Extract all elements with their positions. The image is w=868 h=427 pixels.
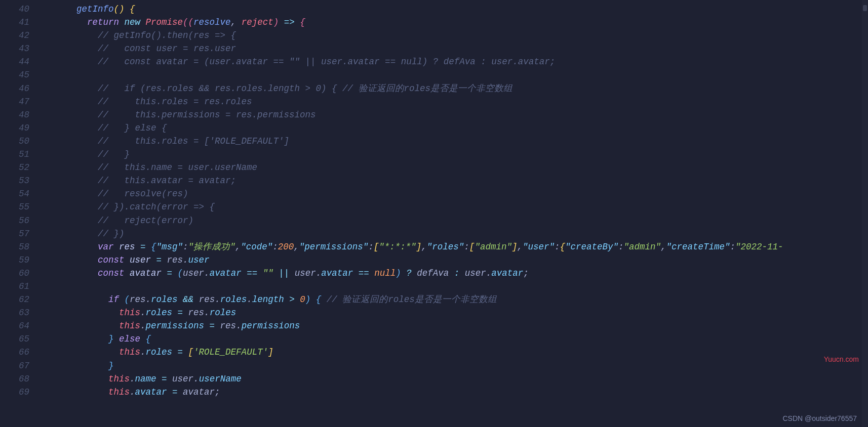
code-line[interactable]: // getInfo().then(res => { xyxy=(45,29,868,42)
code-line[interactable] xyxy=(45,280,868,293)
code-line[interactable]: // this.roles = ['ROLE_DEFAULT'] xyxy=(45,135,868,148)
code-line[interactable]: return new Promise((resolve, reject) => … xyxy=(45,16,868,29)
code-line[interactable]: // } xyxy=(45,148,868,161)
code-line[interactable] xyxy=(45,68,868,81)
code-line[interactable]: var res = {"msg":"操作成功","code":200,"perm… xyxy=(45,240,868,253)
line-number: 43 xyxy=(0,42,29,55)
code-content[interactable]: getInfo() { return new Promise((resolve,… xyxy=(40,0,868,427)
line-number: 51 xyxy=(0,148,29,161)
minimap[interactable] xyxy=(862,0,868,427)
line-number: 50 xyxy=(0,135,29,148)
code-line[interactable]: } else { xyxy=(45,332,868,346)
line-number: 52 xyxy=(0,161,29,174)
line-number: 60 xyxy=(0,267,29,280)
line-number: 42 xyxy=(0,29,29,42)
line-number: 48 xyxy=(0,108,29,121)
line-number: 69 xyxy=(0,386,29,399)
code-line[interactable]: // } else { xyxy=(45,121,868,135)
code-line[interactable]: // this.roles = res.roles xyxy=(45,95,868,108)
line-number: 44 xyxy=(0,55,29,68)
code-line[interactable]: } xyxy=(45,359,868,372)
code-line[interactable]: // }).catch(error => { xyxy=(45,200,868,214)
code-line[interactable]: this.roles = res.roles xyxy=(45,306,868,319)
line-number: 58 xyxy=(0,240,29,253)
code-line[interactable]: // reject(error) xyxy=(45,214,868,227)
line-number: 67 xyxy=(0,359,29,372)
line-number: 49 xyxy=(0,121,29,135)
line-number: 53 xyxy=(0,174,29,187)
code-line[interactable]: this.name = user.userName xyxy=(45,372,868,386)
code-line[interactable]: const user = res.user xyxy=(45,253,868,267)
line-number: 62 xyxy=(0,293,29,306)
code-line[interactable]: // }) xyxy=(45,227,868,240)
code-editor[interactable]: 4041424344454647484950515253545556575859… xyxy=(0,0,868,427)
line-number: 41 xyxy=(0,16,29,29)
line-number: 40 xyxy=(0,3,29,16)
line-number: 65 xyxy=(0,332,29,346)
code-line[interactable]: this.roles = ['ROLE_DEFAULT'] xyxy=(45,346,868,359)
code-line[interactable]: this.permissions = res.permissions xyxy=(45,319,868,332)
code-line[interactable]: if (res.roles && res.roles.length > 0) {… xyxy=(45,293,868,306)
code-line[interactable]: // this.name = user.userName xyxy=(45,161,868,174)
line-number: 45 xyxy=(0,68,29,81)
line-number: 68 xyxy=(0,372,29,386)
line-number: 46 xyxy=(0,82,29,95)
line-number: 66 xyxy=(0,346,29,359)
line-number: 54 xyxy=(0,187,29,200)
line-number: 57 xyxy=(0,227,29,240)
code-line[interactable]: getInfo() { xyxy=(45,3,868,16)
line-number: 64 xyxy=(0,319,29,332)
line-number: 47 xyxy=(0,95,29,108)
watermark-domain: Yuucn.com xyxy=(824,354,859,365)
line-number: 63 xyxy=(0,306,29,319)
watermark-attribution: CSDN @outsider76557 xyxy=(782,413,857,424)
code-line[interactable]: // resolve(res) xyxy=(45,187,868,200)
scroll-thumb[interactable] xyxy=(863,5,867,11)
line-number: 59 xyxy=(0,253,29,267)
line-number: 55 xyxy=(0,200,29,214)
code-line[interactable]: // const user = res.user xyxy=(45,42,868,55)
code-line[interactable]: this.avatar = avatar; xyxy=(45,386,868,399)
line-number: 61 xyxy=(0,280,29,293)
line-number-gutter: 4041424344454647484950515253545556575859… xyxy=(0,0,40,427)
code-line[interactable]: // const avatar = (user.avatar == "" || … xyxy=(45,55,868,68)
line-number: 56 xyxy=(0,214,29,227)
code-line[interactable]: // this.permissions = res.permissions xyxy=(45,108,868,121)
code-line[interactable]: // this.avatar = avatar; xyxy=(45,174,868,187)
code-line[interactable]: // if (res.roles && res.roles.length > 0… xyxy=(45,82,868,95)
code-line[interactable]: const avatar = (user.avatar == "" || use… xyxy=(45,267,868,280)
